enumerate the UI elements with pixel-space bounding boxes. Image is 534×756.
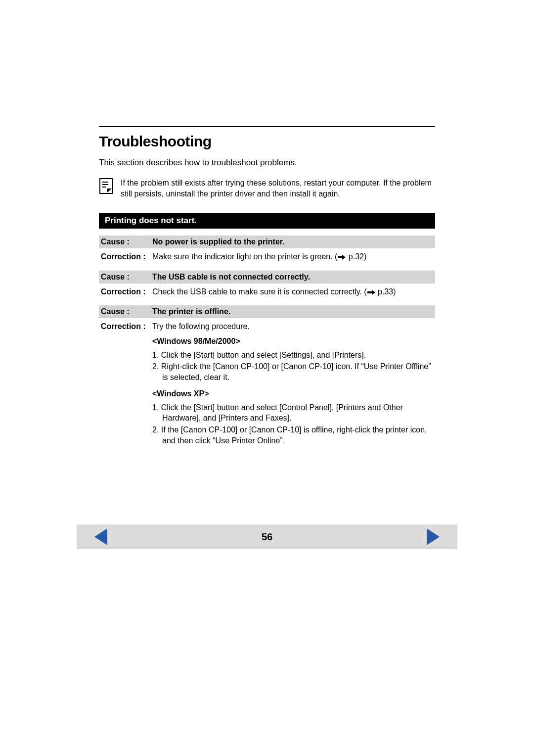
note-icon [99,178,114,194]
list-item: 1. Click the [Start] button and select [… [152,402,435,424]
procedure-heading-win98: <Windows 98/Me/2000> [152,336,435,347]
cause-label: Cause : [99,273,152,282]
page-title: Troubleshooting [99,133,435,150]
cause-row: Cause : The USB cable is not connected c… [99,271,435,284]
note-block: If the problem still exists after trying… [99,178,435,199]
correction-text: Try the following procedure. [152,321,435,332]
arrow-right-icon [338,252,346,263]
correction-text: Make sure the indicator light on the pri… [152,251,435,263]
section-header: Printing does not start. [99,213,435,229]
correction-text: Check the USB cable to make sure it is c… [152,286,435,298]
list-item: 2. If the [Canon CP-100] or [Canon CP-10… [152,425,435,446]
intro-text: This section describes how to troublesho… [99,158,435,168]
procedure-list-winxp: 1. Click the [Start] button and select [… [152,402,435,446]
arrow-right-icon [367,287,375,298]
nav-prev-button[interactable] [94,528,107,545]
correction-row: Correction : Check the USB cable to make… [99,286,435,298]
correction-row: Correction : Make sure the indicator lig… [99,251,435,263]
procedure-heading-winxp: <Windows XP> [152,388,435,399]
page-number: 56 [262,531,272,543]
cause-label: Cause : [99,237,152,246]
correction-label: Correction : [99,286,152,298]
cause-text: No power is supplied to the printer. [152,237,435,246]
nav-bar: 56 [77,524,457,549]
cause-row: Cause : The printer is offline. [99,305,435,318]
correction-label: Correction : [99,251,152,263]
note-text: If the problem still exists after trying… [121,178,435,199]
cause-text: The USB cable is not connected correctly… [152,273,435,282]
cause-label: Cause : [99,307,152,316]
nav-next-button[interactable] [427,528,440,545]
cause-row: Cause : No power is supplied to the prin… [99,236,435,248]
correction-label: Correction : [99,321,152,332]
list-item: 1. Click the [Start] button and select [… [152,350,435,361]
correction-row: Correction : Try the following procedure… [99,321,435,332]
procedure-list-win98: 1. Click the [Start] button and select [… [152,350,435,383]
list-item: 2. Right-click the [Canon CP-100] or [Ca… [152,361,435,382]
svg-rect-0 [100,179,113,193]
cause-text: The printer is offline. [152,307,435,316]
